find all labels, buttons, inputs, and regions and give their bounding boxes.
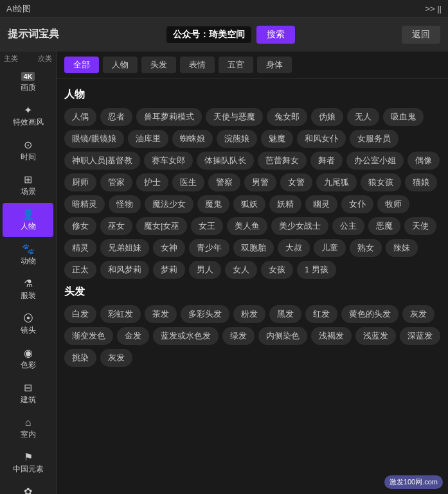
tag-item[interactable]: 蜘蛛娘 xyxy=(172,130,213,148)
tag-item[interactable]: 管家 xyxy=(100,173,132,191)
sidebar-item-时间[interactable]: ⊙ 时间 xyxy=(3,134,53,168)
tag-item[interactable]: 熟女 xyxy=(350,239,382,257)
tag-item[interactable]: 油库里 xyxy=(128,130,168,148)
sidebar-item-动物[interactable]: 🐾 动物 xyxy=(3,238,53,272)
filter-tab-人物[interactable]: 人物 xyxy=(103,57,138,73)
sidebar-item-色彩[interactable]: ◉ 色彩 xyxy=(3,342,53,376)
tag-item[interactable]: 梦莉 xyxy=(153,261,185,279)
tag-item[interactable]: 黑发 xyxy=(269,305,301,323)
tag-item[interactable]: 红发 xyxy=(305,305,337,323)
tag-item[interactable]: 吸血鬼 xyxy=(383,108,424,126)
tag-item[interactable]: 茶发 xyxy=(145,305,177,323)
tag-item[interactable]: 九尾狐 xyxy=(316,173,357,191)
tag-item[interactable]: 浅蓝发 xyxy=(355,327,396,345)
sidebar-item-画质[interactable]: 4K 画质 xyxy=(3,64,53,98)
tag-item[interactable]: 兽耳萝莉模式 xyxy=(136,108,202,126)
filter-tab-全部[interactable]: 全部 xyxy=(64,57,99,73)
tag-item[interactable]: 猫娘 xyxy=(405,173,437,191)
tag-item[interactable]: 办公室小姐 xyxy=(346,152,404,170)
tag-item[interactable]: 女孩 xyxy=(261,261,293,279)
tag-item[interactable]: 青少年 xyxy=(189,239,229,257)
tag-item[interactable]: 赛车女郎 xyxy=(144,152,193,170)
tag-item[interactable]: 多彩头发 xyxy=(181,305,229,323)
tag-item[interactable]: 美人鱼 xyxy=(227,217,267,235)
tag-item[interactable]: 精灵 xyxy=(64,239,96,257)
tag-item[interactable]: 巫女 xyxy=(100,217,132,235)
tag-item[interactable]: 和风女仆 xyxy=(297,130,346,148)
tag-item[interactable]: 和风梦莉 xyxy=(100,261,149,279)
tag-item[interactable]: 公主 xyxy=(332,217,364,235)
tag-item[interactable]: 妖精 xyxy=(269,195,301,213)
tag-item[interactable]: 幽灵 xyxy=(305,195,337,213)
tag-item[interactable]: 狼女孩 xyxy=(361,173,401,191)
tag-item[interactable]: 辣妹 xyxy=(386,239,418,257)
filter-tab-五官[interactable]: 五官 xyxy=(219,57,253,73)
sidebar-item-特效画风[interactable]: ✦ 特效画风 xyxy=(3,99,53,133)
tag-item[interactable]: 魔女|女巫 xyxy=(136,217,187,235)
search-button[interactable]: 搜索 xyxy=(256,26,295,44)
tag-item[interactable]: 金发 xyxy=(117,327,149,345)
tag-item[interactable]: 舞者 xyxy=(310,152,343,170)
sidebar-item-服装[interactable]: ⚗ 服装 xyxy=(3,272,53,306)
tag-item[interactable]: 女神 xyxy=(153,239,185,257)
sidebar-item-其他[interactable]: ✿ 其他 xyxy=(3,481,53,494)
sidebar-item-镜头[interactable]: ⦿ 镜头 xyxy=(3,307,53,341)
sidebar-item-中国元素[interactable]: ⚑ 中国元素 xyxy=(3,446,53,480)
tag-item[interactable]: 粉发 xyxy=(233,305,265,323)
tag-item[interactable]: 魔法少女 xyxy=(145,195,193,213)
tag-item[interactable]: 芭蕾舞女 xyxy=(258,152,307,170)
tag-item[interactable]: 黄色的头发 xyxy=(341,305,399,323)
tag-item[interactable]: 女王 xyxy=(191,217,223,235)
tag-item[interactable]: 正太 xyxy=(64,261,96,279)
tag-item[interactable]: 挑染 xyxy=(64,349,96,367)
tag-item[interactable]: 渐变发色 xyxy=(64,327,113,345)
back-button[interactable]: 返回 xyxy=(402,26,440,44)
tag-item[interactable]: 深蓝发 xyxy=(400,327,440,345)
tag-item[interactable]: 蓝发或水色发 xyxy=(153,327,219,345)
filter-tab-表情[interactable]: 表情 xyxy=(180,57,215,73)
tag-item[interactable]: 彩虹发 xyxy=(100,305,141,323)
sidebar-item-建筑[interactable]: ⊟ 建筑 xyxy=(3,376,53,410)
tag-item[interactable]: 男警 xyxy=(244,173,276,191)
tag-item[interactable]: 恶魔 xyxy=(368,217,400,235)
filter-tab-身体[interactable]: 身体 xyxy=(257,57,292,73)
tag-item[interactable]: 天使 xyxy=(404,217,436,235)
tag-item[interactable]: 浣熊娘 xyxy=(217,130,257,148)
sidebar-item-室内[interactable]: ⌂ 室内 xyxy=(3,411,53,445)
tag-item[interactable]: 牧师 xyxy=(377,195,409,213)
tag-item[interactable]: 白发 xyxy=(64,305,96,323)
tag-item[interactable]: 修女 xyxy=(64,217,96,235)
tag-item[interactable]: 怪物 xyxy=(109,195,141,213)
tag-item[interactable]: 内侧染色 xyxy=(258,327,307,345)
tag-item[interactable]: 双胞胎 xyxy=(233,239,274,257)
tag-item[interactable]: 女服务员 xyxy=(350,130,399,148)
tag-item[interactable]: 医生 xyxy=(172,173,204,191)
content-scroll[interactable]: 人物人偶忍者兽耳萝莉模式天使与恶魔兔女郎伪娘无人吸血鬼眼镜/眼镜娘油库里蜘蛛娘浣… xyxy=(57,79,448,494)
filter-tab-头发[interactable]: 头发 xyxy=(141,57,176,73)
tag-item[interactable]: 兔女郎 xyxy=(267,108,307,126)
sidebar-item-场景[interactable]: ⊞ 场景 xyxy=(3,168,53,202)
tag-item[interactable]: 神职人员|基督教 xyxy=(64,152,140,170)
window-controls[interactable]: >> || xyxy=(425,4,442,13)
tag-item[interactable]: 眼镜/眼镜娘 xyxy=(64,130,124,148)
tag-item[interactable]: 警察 xyxy=(208,173,240,191)
tag-item[interactable]: 灰发 xyxy=(402,305,435,323)
tag-item[interactable]: 无人 xyxy=(347,108,379,126)
tag-item[interactable]: 偶像 xyxy=(408,152,440,170)
tag-item[interactable]: 暗精灵 xyxy=(64,195,105,213)
tag-item[interactable]: 忍者 xyxy=(100,108,132,126)
tag-item[interactable]: 大叔 xyxy=(278,239,310,257)
tag-item[interactable]: 厨师 xyxy=(64,173,96,191)
tag-item[interactable]: 狐妖 xyxy=(233,195,265,213)
tag-item[interactable]: 儿童 xyxy=(314,239,346,257)
tag-item[interactable]: 男人 xyxy=(189,261,221,279)
tag-item[interactable]: 魔鬼 xyxy=(197,195,229,213)
tag-item[interactable]: 美少女战士 xyxy=(271,217,328,235)
tag-item[interactable]: 浅褐发 xyxy=(311,327,352,345)
sidebar-item-人物[interactable]: 👤 人物 xyxy=(3,203,53,237)
tag-item[interactable]: 女仆 xyxy=(341,195,373,213)
tag-item[interactable]: 绿发 xyxy=(222,327,255,345)
tag-item[interactable]: 灰发 xyxy=(100,349,132,367)
tag-item[interactable]: 人偶 xyxy=(64,108,96,126)
tag-item[interactable]: 女人 xyxy=(225,261,257,279)
